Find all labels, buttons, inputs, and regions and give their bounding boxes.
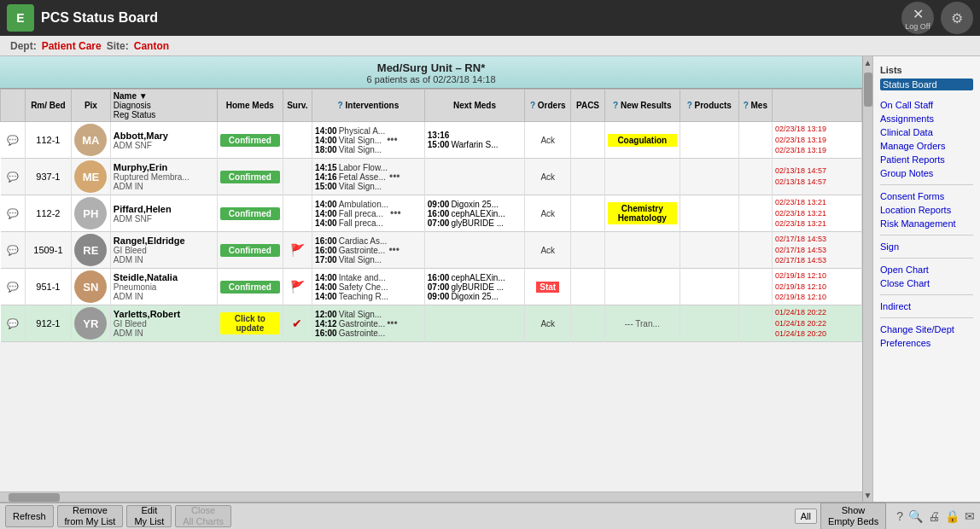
new-results-cell [604, 269, 680, 305]
timestamp-value: 02/13/18 14:57 [775, 177, 859, 188]
home-meds-cell[interactable]: Confirmed [218, 195, 283, 232]
timestamp-cell: 01/24/18 20:2201/24/18 20:2201/24/18 20:… [773, 305, 862, 342]
table-row[interactable]: 💬 951-1 SN Steidle,Natalia Pneumonia ADM… [1, 269, 862, 305]
mes-cell [738, 305, 772, 342]
interventions-cell: 14:00Physical A...14:00Vital Sign...18:0… [312, 122, 425, 159]
patient-info-cell[interactable]: Murphy,Erin Ruptured Membra... ADM IN [110, 159, 217, 195]
unit-header: Med/Surg Unit – RN* 6 patients as of 02/… [0, 56, 862, 89]
close-all-charts-button[interactable]: Close All Charts [175, 505, 231, 527]
table-row[interactable]: 💬 912-1 YR Yarletts,Robert GI Bleed ADM … [1, 305, 862, 342]
intervention-line: 14:16Fetal Asse... [315, 172, 388, 182]
sidebar-item-consent-forms[interactable]: Consent Forms [880, 190, 973, 202]
patient-info-cell[interactable]: Steidle,Natalia Pneumonia ADM IN [110, 269, 217, 305]
home-meds-status[interactable]: Confirmed [220, 244, 279, 257]
col-name[interactable]: Name ▼DiagnosisReg Status [110, 90, 217, 122]
col-timestamp [773, 90, 862, 122]
next-meds-cell [424, 305, 524, 342]
orders-cell: Ack [525, 232, 571, 269]
products-cell [680, 305, 738, 342]
sidebar-item-clinical-data[interactable]: Clinical Data [880, 126, 973, 138]
home-meds-status[interactable]: Confirmed [220, 207, 279, 220]
question-icon[interactable]: ? [896, 509, 903, 523]
table-row[interactable]: 💬 112-2 PH Piffard,Helen ADM SNF Confirm… [1, 195, 862, 232]
lock-icon[interactable]: 🔒 [945, 509, 960, 523]
new-results-badge: ChemistryHematology [608, 202, 677, 224]
home-meds-status[interactable]: Confirmed [220, 171, 279, 183]
sidebar-item-assignments[interactable]: Assignments [880, 113, 973, 125]
col-new-results: ? New Results [604, 90, 680, 122]
room-bed-cell: 112-2 [25, 195, 71, 232]
room-bed-cell: 937-1 [25, 159, 71, 195]
horizontal-scrollbar[interactable] [0, 491, 862, 502]
patient-table-wrapper[interactable]: Rm/ Bed Pix Name ▼DiagnosisReg Status Ho… [0, 89, 862, 491]
mail-icon[interactable]: ✉ [965, 509, 975, 523]
sidebar-item-indirect[interactable]: Indirect [880, 300, 973, 312]
patient-info-cell[interactable]: Piffard,Helen ADM SNF [110, 195, 217, 232]
table-row[interactable]: 💬 1509-1 RE Rangel,Eldridge GI Bleed ADM… [1, 232, 862, 269]
sidebar-item-open-chart[interactable]: Open Chart [880, 264, 973, 276]
timestamp-cell: 02/23/18 13:2102/23/18 13:2102/23/18 13:… [773, 195, 862, 232]
home-meds-status[interactable]: Click to update [220, 312, 279, 334]
sidebar-item-status-board[interactable]: Status Board [880, 78, 973, 90]
sidebar-item-group-notes[interactable]: Group Notes [880, 167, 973, 179]
sidebar-item-manage-orders[interactable]: Manage Orders [880, 140, 973, 152]
settings-button[interactable]: ⚙ [941, 2, 973, 34]
sidebar-item-patient-reports[interactable]: Patient Reports [880, 154, 973, 166]
interventions-more-button[interactable]: ••• [389, 163, 400, 191]
edit-my-list-button[interactable]: Edit My List [126, 505, 172, 527]
remove-from-list-button[interactable]: Remove from My List [57, 505, 124, 527]
next-med-line: 07:00glyBURIDE ... [428, 218, 522, 228]
logoff-button[interactable]: ✕ Log Off [901, 2, 934, 34]
pacs-cell [571, 122, 604, 159]
intervention-line: 16:00Cardiac As... [315, 236, 387, 246]
patient-name: Steidle,Natalia [114, 272, 214, 282]
hscroll-thumb[interactable] [9, 493, 60, 502]
print-icon[interactable]: 🖨 [928, 509, 940, 523]
scroll-up-icon[interactable]: ▲ [864, 56, 872, 69]
sidebar-item-change-site[interactable]: Change Site/Dept [880, 323, 973, 335]
mes-cell [738, 232, 772, 269]
new-results-cell [604, 232, 680, 269]
home-meds-status[interactable]: Confirmed [220, 281, 279, 294]
col-q [1, 90, 26, 122]
interventions-more-button[interactable]: ••• [387, 126, 398, 154]
pacs-cell [571, 232, 604, 269]
vscroll-thumb[interactable] [864, 73, 872, 107]
patient-count: 6 patients as of 02/23/18 14:18 [0, 74, 862, 84]
col-next-meds: Next Meds [424, 90, 524, 122]
show-empty-beds-button[interactable]: Show Empty Beds [820, 503, 886, 529]
avatar-cell: RE [71, 232, 110, 269]
interventions-more-button[interactable]: ••• [387, 310, 398, 338]
home-meds-cell[interactable]: Confirmed [218, 159, 283, 195]
home-meds-status[interactable]: Confirmed [220, 134, 279, 147]
sidebar-item-sign[interactable]: Sign [880, 241, 973, 253]
sidebar-item-on-call-staff[interactable]: On Call Staff [880, 99, 973, 111]
interventions-more-button[interactable]: ••• [390, 200, 401, 228]
search-icon[interactable]: 🔍 [908, 509, 923, 523]
home-meds-cell[interactable]: Click to update [218, 305, 283, 342]
surv-cell [283, 195, 312, 232]
dept-label: Dept: [10, 40, 37, 52]
vertical-scrollbar[interactable]: ▲ ▼ [862, 56, 872, 502]
sidebar-item-location-reports[interactable]: Location Reports [880, 204, 973, 216]
home-meds-cell[interactable]: Confirmed [218, 232, 283, 269]
bottom-bar-right: All Show Empty Beds ? 🔍 🖨 🔒 ✉ [795, 503, 975, 529]
patient-info-cell[interactable]: Yarletts,Robert GI Bleed ADM IN [110, 305, 217, 342]
home-meds-cell[interactable]: Confirmed [218, 269, 283, 305]
sidebar-item-close-chart[interactable]: Close Chart [880, 277, 973, 289]
patient-info-cell[interactable]: Abbott,Mary ADM SNF [110, 122, 217, 159]
interventions-more-button[interactable]: ••• [388, 236, 400, 264]
sidebar-item-preferences[interactable]: Preferences [880, 337, 973, 349]
table-row[interactable]: 💬 112-1 MA Abbott,Mary ADM SNF Confirmed… [1, 122, 862, 159]
surv-cell [283, 159, 312, 195]
col-pix: Pix [71, 90, 110, 122]
message-icon: 💬 [7, 135, 19, 145]
table-row[interactable]: 💬 937-1 ME Murphy,Erin Ruptured Membra..… [1, 159, 862, 195]
scroll-down-icon[interactable]: ▼ [864, 489, 872, 502]
patient-info-cell[interactable]: Rangel,Eldridge GI Bleed ADM IN [110, 232, 217, 269]
home-meds-cell[interactable]: Confirmed [218, 122, 283, 159]
sidebar-item-risk-management[interactable]: Risk Management [880, 218, 973, 230]
all-button[interactable]: All [795, 509, 817, 524]
refresh-button[interactable]: Refresh [5, 505, 54, 527]
new-results-badge: Coagulation [608, 134, 677, 147]
